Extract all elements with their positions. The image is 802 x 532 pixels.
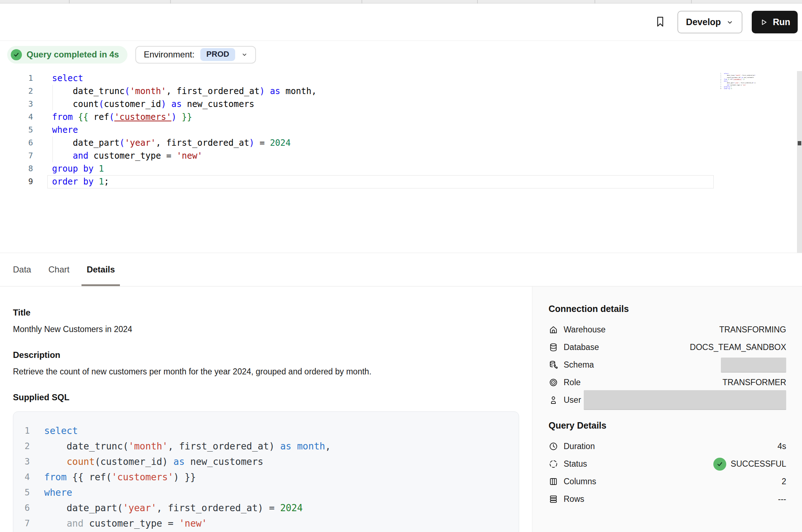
tab-details[interactable]: Details <box>87 253 115 286</box>
status-icon <box>549 459 558 469</box>
detail-label: Database <box>564 342 599 352</box>
line-number: 2 <box>0 85 33 98</box>
code-line[interactable]: 3 count(customer_id) as new_customers <box>0 98 802 111</box>
supplied-sql-code-block: 1select2 date_trunc('month', first_order… <box>13 411 519 532</box>
code-line: 3 count(customer_id) as new_customers <box>13 454 519 470</box>
role-icon <box>549 378 558 387</box>
line-number: 6 <box>0 136 33 149</box>
details-content: Title Monthly New Customers in 2024 Desc… <box>0 286 802 532</box>
title-heading: Title <box>13 307 532 318</box>
code-line[interactable]: 8group by 1 <box>0 162 802 175</box>
tab-divider <box>362 0 362 4</box>
success-check-icon <box>713 458 726 471</box>
develop-button[interactable]: Develop <box>677 11 742 33</box>
editor-scrollbar[interactable] <box>797 71 802 253</box>
database-icon <box>549 342 558 352</box>
line-number: 1 <box>13 423 30 439</box>
check-circle-icon <box>11 49 22 60</box>
line-number: 6 <box>13 500 30 516</box>
line-number: 5 <box>0 123 33 136</box>
chevron-down-icon <box>241 51 248 58</box>
code-line: 9order by 1; <box>716 88 756 90</box>
query-status-text: Query completed in 4s <box>27 50 119 60</box>
detail-label: User <box>564 395 581 405</box>
code-text: count(customer_id) as new_customers <box>44 454 264 470</box>
detail-row-duration: Duration4s <box>549 438 786 455</box>
connection-rows: WarehouseTRANSFORMINGDatabaseDOCS_TEAM_S… <box>549 321 786 409</box>
result-tab-bar: DataChartDetails <box>0 253 802 286</box>
code-text: from {{ ref('customers') }} <box>44 470 196 485</box>
detail-row-schema: Schema <box>549 356 786 374</box>
detail-label: Schema <box>564 360 594 370</box>
detail-value: SUCCESSFUL <box>713 458 786 471</box>
query-detail-rows: Duration4sStatusSUCCESSFULColumns2Rows--… <box>549 438 786 508</box>
detail-value-text: DOCS_TEAM_SANDBOX <box>690 342 786 352</box>
line-number: 5 <box>13 485 30 500</box>
code-line: 4from {{ ref('customers') }} <box>13 470 519 485</box>
schema-icon <box>549 360 558 370</box>
scrollbar-thumb[interactable] <box>798 141 801 145</box>
environment-select[interactable]: Environment: PROD <box>135 46 256 64</box>
tab-divider <box>170 0 171 4</box>
code-text: and customer_type = 'new' <box>44 516 207 531</box>
line-number: 8 <box>0 162 33 175</box>
minimap-content: 1select2 date_trunc('month', first_order… <box>716 73 756 90</box>
query-details-heading: Query Details <box>549 420 786 430</box>
code-line[interactable]: 1select <box>0 72 802 85</box>
detail-row-warehouse: WarehouseTRANSFORMING <box>549 321 786 339</box>
tab-chart[interactable]: Chart <box>48 253 70 286</box>
minimap[interactable]: 1select2 date_trunc('month', first_order… <box>716 73 756 95</box>
query-status-pill: Query completed in 4s <box>7 46 127 64</box>
code-editor[interactable]: 1select2 date_trunc('month', first_order… <box>0 68 802 253</box>
run-button[interactable]: Run <box>752 11 798 33</box>
duration-icon <box>549 442 558 451</box>
connection-details-panel: Connection details WarehouseTRANSFORMING… <box>532 286 802 532</box>
detail-value <box>721 358 786 373</box>
code-line[interactable]: 6 date_part('year', first_ordered_at) = … <box>0 136 802 149</box>
code-text: date_trunc('month', first_ordered_at) as… <box>52 85 317 98</box>
tab-data[interactable]: Data <box>13 253 31 286</box>
code-line[interactable]: 2 date_trunc('month', first_ordered_at) … <box>0 85 802 98</box>
code-line: 6 date_part('year', first_ordered_at) = … <box>13 500 519 516</box>
code-line[interactable]: 7 and customer_type = 'new' <box>0 149 802 162</box>
run-button-label: Run <box>773 17 791 27</box>
chevron-down-icon <box>726 18 734 26</box>
detail-value-text: --- <box>778 494 786 504</box>
bookmark-button[interactable] <box>652 14 668 30</box>
detail-label: Role <box>564 378 580 387</box>
redacted-value <box>721 358 786 373</box>
detail-row-status: StatusSUCCESSFUL <box>549 455 786 473</box>
tab-label: Chart <box>48 265 70 275</box>
code-line: 7 and customer_type = 'new' <box>13 516 519 531</box>
header-toolbar: Develop Run <box>0 4 802 41</box>
code-text: and customer_type = 'new' <box>52 149 202 162</box>
detail-value-text: SUCCESSFUL <box>731 459 786 469</box>
tab-label: Details <box>87 265 115 275</box>
line-number: 9 <box>0 175 33 188</box>
redacted-value <box>584 390 786 410</box>
detail-value-text: 2 <box>782 477 786 486</box>
code-line[interactable]: 4from {{ ref('customers') }} <box>0 111 802 123</box>
detail-value: 2 <box>782 477 786 486</box>
code-text: date_trunc('month', first_ordered_at) as… <box>44 439 331 454</box>
editor-lines: 1select2 date_trunc('month', first_order… <box>0 68 802 188</box>
top-tab-strip[interactable] <box>0 0 802 4</box>
app-window: Develop Run Query completed in 4s Enviro… <box>0 0 802 532</box>
rows-icon <box>549 494 558 504</box>
detail-label: Duration <box>564 442 595 451</box>
environment-label: Environment: <box>144 50 194 60</box>
line-number: 3 <box>0 98 33 111</box>
environment-value-badge: PROD <box>200 48 236 61</box>
code-line[interactable]: 5where <box>0 123 802 136</box>
code-text: select <box>44 423 78 439</box>
code-text: order by 1; <box>52 175 109 188</box>
line-number: 1 <box>0 72 33 85</box>
tab-label: Data <box>13 265 31 275</box>
code-line[interactable]: 9order by 1; <box>0 175 802 188</box>
develop-button-label: Develop <box>686 17 721 27</box>
play-icon <box>759 18 768 27</box>
line-number: 7 <box>0 149 33 162</box>
code-text: select <box>52 72 83 85</box>
detail-row-role: RoleTRANSFORMER <box>549 374 786 391</box>
detail-value: --- <box>778 494 786 504</box>
